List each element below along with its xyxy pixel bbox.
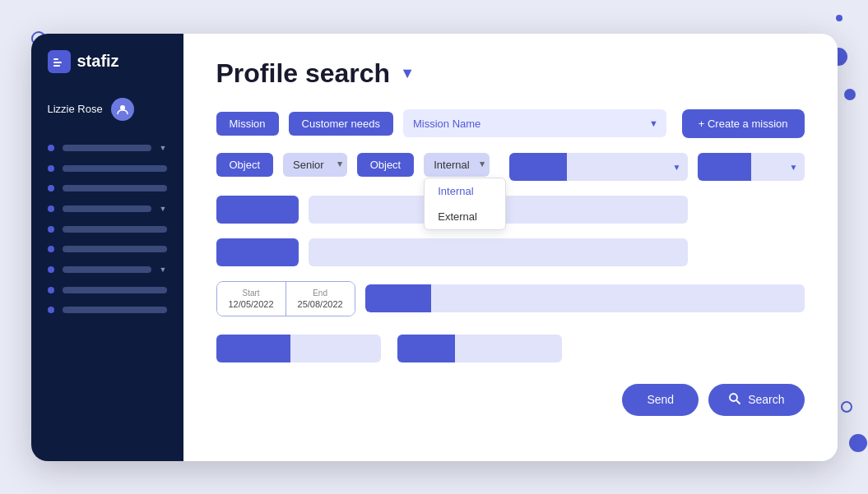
end-date-box[interactable]: End 25/08/2022 — [286, 282, 355, 316]
main-content: Profile search ▼ Mission Customer needs … — [183, 34, 838, 461]
senior-dropdown[interactable]: Senior — [283, 153, 347, 177]
sidebar-line — [63, 287, 167, 293]
sidebar-item-6[interactable] — [31, 239, 183, 259]
logo-text: stafiz — [77, 52, 119, 71]
date-progress-wrap — [365, 284, 805, 312]
row-dates: Start 12/05/2022 End 25/08/2022 — [216, 281, 805, 316]
color-bar-1 — [509, 153, 688, 181]
send-button[interactable]: Send — [622, 384, 699, 416]
blue-fill-2 — [698, 153, 751, 181]
internal-dropdown-trigger[interactable]: Internal — [424, 153, 489, 177]
sidebar-line — [63, 226, 167, 233]
end-label: End — [313, 289, 327, 298]
sidebar: stafiz Lizzie Rose ▼ — [31, 34, 183, 461]
sidebar-dot — [48, 287, 54, 293]
sidebar-dot — [48, 145, 54, 151]
progress-fill-2 — [216, 238, 299, 266]
title-dropdown-arrow[interactable]: ▼ — [400, 65, 415, 82]
mission-name-wrapper: Mission Name ▼ — [403, 109, 666, 137]
page-title: Profile search — [216, 58, 391, 89]
sidebar-dot — [48, 205, 54, 212]
progress-track-2 — [309, 238, 688, 266]
end-date-value: 25/08/2022 — [298, 299, 343, 309]
object-button-1[interactable]: Object — [216, 153, 274, 177]
actions-row: Send Search — [216, 384, 805, 416]
sidebar-item-9[interactable] — [31, 300, 183, 320]
user-name: Lizzie Rose — [48, 103, 103, 115]
sidebar-line — [63, 165, 167, 172]
decorative-dot — [841, 401, 852, 413]
start-label: Start — [242, 289, 259, 298]
logo-icon — [48, 50, 71, 73]
create-mission-button[interactable]: + Create a mission — [682, 109, 805, 138]
blue-fill-1 — [509, 153, 567, 181]
bottom-bar-1 — [216, 335, 381, 362]
sidebar-item-1[interactable]: ▼ — [31, 137, 183, 159]
user-avatar[interactable] — [111, 98, 134, 121]
sidebar-item-8[interactable] — [31, 280, 183, 300]
row-mission: Mission Customer needs Mission Name ▼ + … — [216, 109, 805, 138]
object-button-2[interactable]: Object — [357, 153, 415, 177]
progress-fill-1 — [216, 196, 299, 224]
sidebar-line — [63, 205, 151, 212]
internal-option[interactable]: Internal — [425, 178, 505, 204]
sidebar-line — [63, 307, 167, 313]
bottom-fill-1 — [216, 335, 290, 362]
sidebar-logo: stafiz — [31, 50, 183, 90]
color-bar-wrap-1: ▼ — [509, 153, 688, 181]
bottom-bar-2 — [397, 335, 562, 362]
sidebar-line — [63, 185, 167, 192]
internal-external-dropdown: Internal External — [424, 178, 506, 230]
sidebar-arrow: ▼ — [160, 265, 167, 274]
decorative-dot — [844, 89, 856, 100]
search-button-label: Search — [748, 393, 784, 406]
sidebar-item-2[interactable] — [31, 159, 183, 178]
search-icon — [728, 392, 741, 408]
sidebar-line — [63, 246, 167, 252]
sidebar-arrow: ▼ — [160, 205, 167, 213]
sidebar-item-4[interactable]: ▼ — [31, 198, 183, 219]
svg-point-3 — [120, 105, 125, 110]
senior-dropdown-wrap: Senior — [283, 153, 347, 177]
sidebar-dot — [48, 165, 54, 172]
bottom-fill-2 — [397, 335, 455, 362]
sidebar-line — [63, 266, 151, 273]
form-section: Mission Customer needs Mission Name ▼ + … — [216, 109, 805, 416]
svg-rect-2 — [53, 65, 60, 67]
sidebar-user: Lizzie Rose — [31, 90, 183, 129]
sidebar-arrow: ▼ — [160, 144, 167, 152]
sidebar-item-5[interactable] — [31, 219, 183, 239]
external-option[interactable]: External — [425, 204, 505, 229]
svg-rect-0 — [53, 58, 58, 60]
customer-needs-button[interactable]: Customer needs — [289, 112, 393, 136]
decorative-dot — [836, 15, 842, 21]
mission-button[interactable]: Mission — [216, 112, 279, 136]
internal-external-wrap: Internal Internal External — [424, 153, 489, 177]
start-date-box[interactable]: Start 12/05/2022 — [217, 282, 286, 316]
sidebar-line — [63, 145, 151, 151]
date-progress-fill — [365, 284, 431, 312]
sidebar-dot — [48, 226, 54, 233]
row-progress-1 — [216, 196, 805, 224]
svg-rect-1 — [53, 62, 62, 63]
main-container: stafiz Lizzie Rose ▼ — [31, 34, 838, 461]
decorative-dot — [849, 434, 867, 452]
sidebar-item-7[interactable]: ▼ — [31, 259, 183, 280]
start-date-value: 12/05/2022 — [229, 299, 274, 309]
sidebar-item-3[interactable] — [31, 178, 183, 198]
sidebar-dot — [48, 246, 54, 252]
row-progress-2 — [216, 238, 805, 266]
row-bottom — [216, 335, 805, 362]
mission-name-select[interactable]: Mission Name — [403, 109, 666, 137]
svg-line-5 — [736, 400, 740, 404]
sidebar-dot — [48, 307, 54, 313]
bar-arrow-1: ▼ — [673, 162, 681, 171]
page-header: Profile search ▼ — [216, 58, 805, 89]
color-bar-wrap-2: ▼ — [698, 153, 805, 181]
bar-arrow-2: ▼ — [790, 162, 798, 171]
sidebar-dot — [48, 185, 54, 192]
date-range-input[interactable]: Start 12/05/2022 End 25/08/2022 — [216, 281, 355, 316]
row-object: Object Senior Object Internal Internal E… — [216, 153, 805, 181]
search-button[interactable]: Search — [708, 384, 804, 416]
sidebar-dot — [48, 266, 54, 273]
